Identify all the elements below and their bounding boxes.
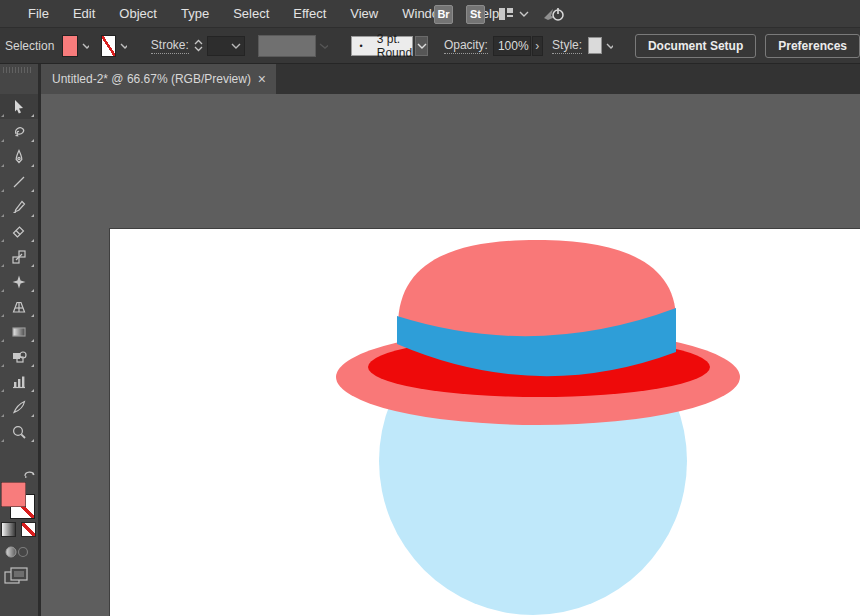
fill-indicator-swatch[interactable] (1, 482, 26, 507)
pen-tool[interactable] (0, 144, 38, 169)
selection-tool[interactable] (0, 94, 38, 119)
preferences-button[interactable]: Preferences (765, 34, 860, 58)
stock-button[interactable]: St (466, 5, 485, 24)
workspace-switcher[interactable] (498, 7, 529, 21)
chevron-down-icon (519, 11, 529, 17)
chevron-down-icon (231, 43, 241, 49)
toolbar-grip[interactable] (3, 67, 31, 73)
lasso-tool[interactable] (0, 119, 38, 144)
menu-file[interactable]: File (16, 6, 61, 21)
swap-fill-stroke-icon[interactable] (23, 468, 36, 478)
stroke-weight-label[interactable]: Stroke: (151, 38, 189, 54)
chevron-down-icon (417, 43, 427, 49)
perspective-grid-icon (11, 299, 27, 315)
toolbar-header (0, 64, 38, 94)
pen-nib-icon (11, 149, 27, 165)
menu-effect[interactable]: Effect (281, 6, 338, 21)
menu-view[interactable]: View (338, 6, 390, 21)
tab-bar: Untitled-2* @ 66.67% (RGB/Preview) × (0, 64, 860, 94)
opacity-value: 100% (498, 39, 529, 53)
pin-icon (11, 274, 27, 290)
screen-mode-icon (4, 566, 30, 588)
tools-panel (0, 94, 38, 616)
style-swatch[interactable] (588, 37, 602, 54)
tab-close-icon[interactable]: × (258, 71, 266, 87)
eraser-icon (11, 224, 27, 240)
knife-icon (11, 399, 27, 415)
paintbrush-icon (11, 199, 27, 215)
workspace-icon (498, 7, 514, 21)
screen-mode-button[interactable] (4, 566, 30, 591)
opacity-expand-button[interactable]: › (532, 36, 543, 56)
profile-dot: • (360, 41, 363, 51)
menu-edit[interactable]: Edit (61, 6, 107, 21)
brush-definition-field[interactable] (258, 35, 317, 57)
opacity-input[interactable]: 100% (493, 36, 531, 56)
menu-type[interactable]: Type (169, 6, 221, 21)
fill-stroke-indicator (0, 468, 38, 528)
menu-select[interactable]: Select (221, 6, 281, 21)
eraser-tool[interactable] (0, 219, 38, 244)
none-mode-button[interactable] (21, 522, 36, 537)
fill-color-swatch[interactable] (62, 35, 77, 57)
knife-tool[interactable] (0, 394, 38, 419)
lasso-icon (11, 124, 27, 140)
puppet-warp-tool[interactable] (0, 269, 38, 294)
stroke-chevron-icon[interactable] (120, 43, 127, 49)
variable-width-profile-field[interactable]: • 3 pt. Round (351, 36, 414, 56)
perspective-grid-tool[interactable] (0, 294, 38, 319)
scale-tool[interactable] (0, 244, 38, 269)
drawing-modes-icon (4, 544, 30, 560)
gradient-mode-button[interactable] (1, 522, 16, 537)
gradient-icon (11, 324, 27, 340)
drawing-modes-button[interactable] (4, 544, 30, 563)
document-tab-title: Untitled-2* @ 66.67% (RGB/Preview) (52, 72, 252, 86)
shape-builder-tool[interactable] (0, 344, 38, 369)
stroke-weight-stepper[interactable] (194, 39, 203, 52)
selection-arrow-icon (11, 99, 27, 115)
hat-artwork (41, 94, 860, 616)
control-bar: Selection Stroke: • 3 pt. Round (0, 28, 860, 64)
line-icon (11, 174, 27, 190)
gpu-performance-icon[interactable] (542, 5, 566, 23)
fill-chevron-icon[interactable] (82, 43, 89, 49)
active-tool-label: Selection (5, 39, 54, 53)
stroke-color-swatch[interactable] (101, 35, 116, 57)
stroke-weight-combobox[interactable] (207, 36, 245, 56)
menu-bar: File Edit Object Type Select Effect View… (0, 0, 860, 28)
brush-chevron-icon[interactable] (319, 43, 327, 49)
color-mode-buttons (1, 522, 36, 537)
gradient-tool[interactable] (0, 319, 38, 344)
document-tab[interactable]: Untitled-2* @ 66.67% (RGB/Preview) × (38, 64, 276, 94)
style-chevron-icon[interactable] (606, 43, 613, 49)
paintbrush-tool[interactable] (0, 194, 38, 219)
illustrator-window: File Edit Object Type Select Effect View… (0, 0, 860, 616)
column-graph-tool[interactable] (0, 369, 38, 394)
profile-value: 3 pt. Round (377, 32, 412, 60)
canvas[interactable] (41, 94, 860, 616)
opacity-label[interactable]: Opacity: (444, 38, 488, 54)
zoom-tool[interactable] (0, 419, 38, 444)
bar-chart-icon (11, 374, 27, 390)
profile-chevron-button[interactable] (415, 36, 428, 56)
magnifier-icon (11, 424, 27, 440)
style-label[interactable]: Style: (552, 38, 582, 54)
menu-object[interactable]: Object (107, 6, 169, 21)
shape-builder-icon (11, 349, 27, 365)
document-setup-button[interactable]: Document Setup (635, 34, 756, 58)
bridge-button[interactable]: Br (434, 5, 453, 24)
line-segment-tool[interactable] (0, 169, 38, 194)
scale-icon (11, 249, 27, 265)
